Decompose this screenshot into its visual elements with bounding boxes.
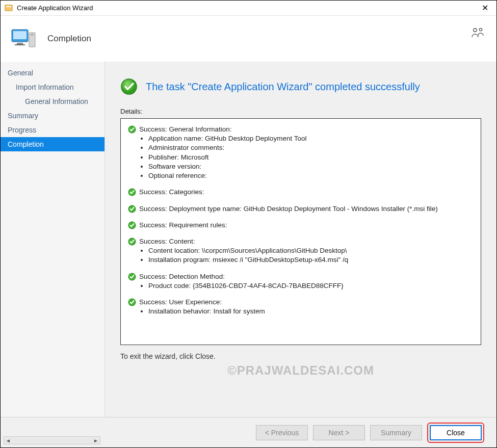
sidebar-item-import-information[interactable]: Import Information [1,80,104,94]
svg-rect-1 [6,6,11,7]
svg-rect-5 [15,44,25,45]
detail-bullet: Installation program: msiexec /i "GitHub… [148,255,474,265]
section-title: Success: Categories: [139,188,204,197]
section-title: Success: General Information: [139,125,232,134]
window-title: Create Application Wizard [17,4,478,12]
computer-icon [11,25,37,52]
detail-bullet: Publisher: Microsoft [148,153,474,162]
section-title: Success: Requirement rules: [139,221,227,230]
next-button: Next > [313,425,365,440]
feedback-icon[interactable] [471,27,485,38]
detail-section-categories: Success: Categories: [128,188,474,197]
svg-rect-7 [31,34,34,35]
sidebar-item-completion[interactable]: Completion [1,137,104,151]
check-icon [128,273,136,281]
watermark: ©PRAJWALDESAI.COM [120,363,481,378]
sidebar-scrollbar[interactable]: ◄► [4,436,100,444]
svg-point-9 [479,28,482,31]
app-icon [5,4,13,12]
wizard-header: Completion [1,16,496,62]
detail-section-user-experience: Success: User Experience: Installation b… [128,298,474,316]
check-icon [128,298,136,306]
detail-section-content: Success: Content: Content location: \\co… [128,237,474,265]
detail-bullet: Installation behavior: Install for syste… [148,307,474,316]
detail-section-detection-method: Success: Detection Method: Product code:… [128,272,474,291]
details-box[interactable]: Success: General Information: Applicatio… [120,118,481,345]
page-title: Completion [47,34,91,44]
details-label: Details: [120,108,481,115]
title-bar: Create Application Wizard ✕ [1,1,496,16]
sidebar-item-summary[interactable]: Summary [1,109,104,123]
wizard-main: The task "Create Application Wizard" com… [105,62,496,417]
detail-section-deployment-type: Success: Deployment type name: GitHub De… [128,204,474,214]
detail-bullet: Application name: GitHub Desktop Deploym… [148,134,474,143]
wizard-body: General Import Information General Infor… [1,62,496,417]
close-button[interactable]: Close [430,425,482,440]
section-title: Success: Detection Method: [139,272,225,281]
section-title: Success: Content: [139,237,195,246]
sidebar-item-general-information[interactable]: General Information [1,94,104,109]
success-check-icon [120,78,138,95]
detail-section-general-info: Success: General Information: Applicatio… [128,125,474,180]
check-icon [128,188,136,196]
previous-button: < Previous [256,425,308,440]
section-title: Success: Deployment type name: GitHub De… [139,204,438,214]
svg-rect-4 [17,43,23,44]
wizard-footer: ◄► < Previous Next > Summary Close [1,417,496,447]
svg-point-8 [474,29,477,32]
check-icon [128,205,136,213]
detail-section-requirement-rules: Success: Requirement rules: [128,221,474,230]
check-icon [128,125,136,134]
wizard-sidebar: General Import Information General Infor… [1,62,105,417]
window-close-button[interactable]: ✕ [478,3,492,13]
detail-bullet: Product code: {354B1026-CBD7-4AF4-8CAD-7… [148,281,474,291]
detail-bullet: Content location: \\corpcm\Sources\Appli… [148,246,474,255]
detail-bullet: Optional reference: [148,171,474,180]
sidebar-item-general[interactable]: General [1,66,104,80]
success-banner: The task "Create Application Wizard" com… [120,78,481,95]
section-title: Success: User Experience: [139,298,222,307]
close-button-highlight: Close [427,423,484,443]
svg-rect-0 [5,5,12,11]
check-icon [128,238,136,246]
success-heading: The task "Create Application Wizard" com… [146,81,420,93]
summary-button: Summary [370,425,422,440]
exit-instruction: To exit the wizard, click Close. [120,352,481,360]
svg-rect-3 [13,31,27,39]
detail-bullet: Software version: [148,162,474,171]
sidebar-item-progress[interactable]: Progress [1,123,104,137]
detail-bullet: Administrator comments: [148,143,474,152]
check-icon [128,221,136,229]
